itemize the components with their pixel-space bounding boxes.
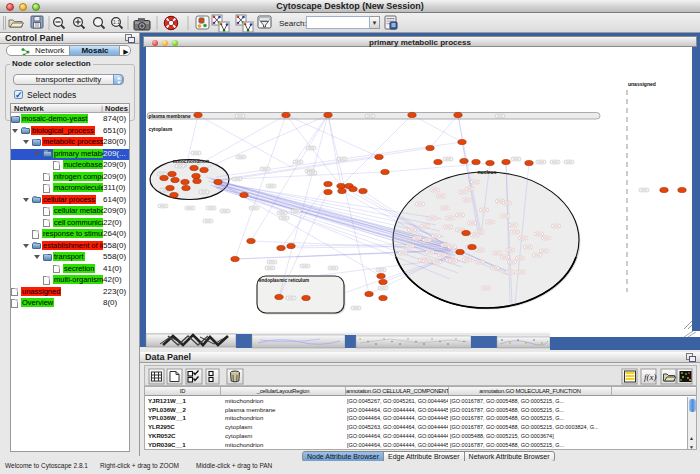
svg-text:cytoplasm: cytoplasm [149, 127, 173, 132]
svg-text:f(x): f(x) [644, 372, 657, 382]
svg-text:nucleus: nucleus [478, 169, 497, 175]
svg-text:endoplasmic reticulum: endoplasmic reticulum [259, 278, 309, 283]
svg-text:1:1: 1:1 [113, 19, 120, 25]
svg-text:unassigned: unassigned [628, 81, 656, 87]
svg-text:plasma membrane: plasma membrane [149, 114, 191, 119]
svg-text:mitochondrion: mitochondrion [173, 158, 209, 164]
